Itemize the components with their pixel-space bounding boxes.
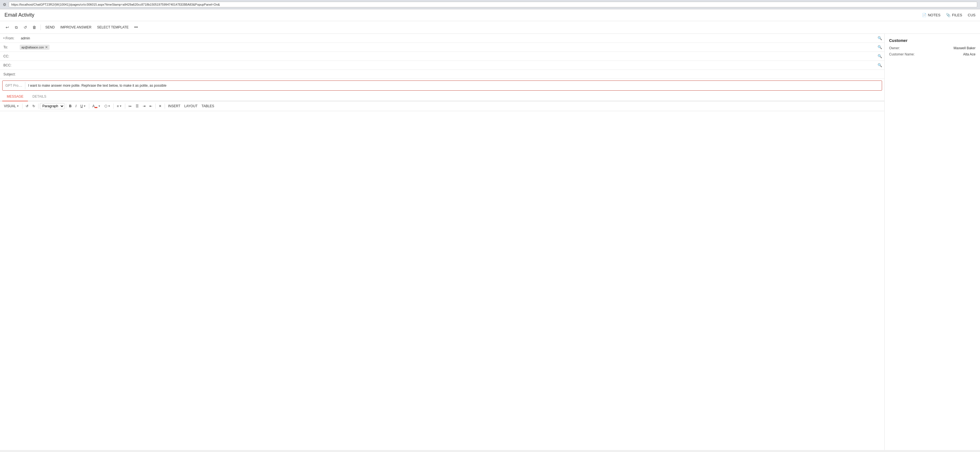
back-icon: ↩ — [6, 25, 9, 30]
more-icon: ••• — [134, 25, 138, 29]
tab-message[interactable]: MESSAGE — [2, 92, 28, 101]
editor-redo-button[interactable]: ↻ — [31, 103, 37, 109]
from-search-icon[interactable]: 🔍 — [878, 36, 882, 40]
undo-icon: ↺ — [24, 25, 27, 30]
trash-icon: 🗑 — [32, 25, 36, 30]
bcc-input[interactable] — [20, 62, 884, 69]
highlight-button[interactable]: ⬡ ▼ — [103, 103, 112, 109]
undo-button[interactable]: ↺ — [21, 23, 29, 31]
send-label: SEND — [45, 25, 55, 29]
app-title: Email Activity — [5, 12, 34, 18]
tables-button[interactable]: TABLES — [200, 103, 216, 109]
bold-button[interactable]: B — [68, 103, 73, 109]
subject-input-area — [20, 71, 884, 78]
outdent-icon: ⇤ — [150, 104, 152, 108]
bcc-label: BCC: — [0, 62, 20, 69]
tab-message-label: MESSAGE — [7, 95, 23, 99]
sidebar-owner-value: Maxwell Baker — [953, 46, 975, 50]
gpt-bar: GPT Pro.... — [2, 81, 882, 91]
improve-answer-label: IMPROVE ANSWER — [60, 25, 91, 29]
files-nav-item[interactable]: 📎 FILES — [946, 13, 962, 17]
italic-label: I — [75, 104, 76, 108]
underline-button[interactable]: U ▼ — [79, 103, 88, 109]
insert-button[interactable]: INSERT — [166, 103, 182, 109]
outdent-button[interactable]: ⇤ — [148, 103, 154, 109]
editor-undo-button[interactable]: ↺ — [24, 103, 30, 109]
files-icon: 📎 — [946, 13, 950, 17]
email-form: • From: 🔍 To: ap@altaace.con ✕ 🔍 — [0, 34, 884, 450]
sidebar-owner-row: Owner: Maxwell Baker — [889, 46, 975, 50]
underline-label: U — [81, 104, 83, 108]
tab-details-label: DETAILS — [32, 95, 46, 99]
notes-nav-item[interactable]: 📄 NOTES — [922, 13, 940, 17]
editor-sep-4 — [89, 103, 89, 109]
indent-button[interactable]: ⇥ — [141, 103, 147, 109]
sidebar: Customer Owner: Maxwell Baker Customer N… — [884, 34, 980, 450]
from-input[interactable] — [20, 35, 884, 42]
cus-label: CUS — [968, 13, 975, 17]
from-label: • From: — [0, 35, 20, 42]
to-tag-value: ap@altaace.con — [21, 46, 44, 49]
italic-button[interactable]: I — [74, 103, 78, 109]
align-dropdown-arrow: ▼ — [119, 105, 122, 108]
copy-button[interactable]: ⧉ — [13, 23, 20, 31]
visual-dropdown-arrow: ▼ — [17, 105, 19, 108]
delete-button[interactable]: 🗑 — [30, 23, 38, 31]
send-button[interactable]: SEND — [43, 24, 57, 30]
copy-icon: ⧉ — [15, 25, 18, 30]
to-search-icon[interactable]: 🔍 — [878, 45, 882, 49]
back-button[interactable]: ↩ — [3, 23, 11, 31]
editor-sep-3 — [66, 103, 66, 109]
text-color-label: A — [92, 104, 97, 108]
text-color-dropdown-arrow: ▼ — [98, 105, 100, 108]
notes-label: NOTES — [928, 13, 940, 17]
to-input-area: ap@altaace.con ✕ 🔍 — [20, 44, 884, 51]
cus-nav-item[interactable]: CUS — [968, 13, 975, 17]
more-button[interactable]: ••• — [132, 24, 140, 30]
subject-input[interactable] — [20, 71, 884, 78]
cc-search-icon[interactable]: 🔍 — [878, 54, 882, 58]
align-button[interactable]: ≡ ▼ — [115, 103, 124, 109]
editor-toolbar: VISUAL ▼ ↺ ↻ Paragraph B — [0, 101, 884, 111]
select-template-label: SELECT TEMPLATE — [97, 25, 129, 29]
subject-label: Subject: — [0, 71, 20, 78]
sidebar-section-title: Customer — [889, 38, 975, 43]
highlight-dropdown-arrow: ▼ — [108, 105, 110, 108]
cc-input[interactable] — [20, 53, 884, 60]
editor-sep-6 — [125, 103, 125, 109]
bcc-input-area: 🔍 — [20, 62, 884, 69]
layout-label: LAYOUT — [185, 104, 197, 108]
improve-answer-button[interactable]: IMPROVE ANSWER — [58, 24, 94, 30]
main-content: • From: 🔍 To: ap@altaace.con ✕ 🔍 — [0, 34, 980, 450]
browser-url[interactable]: https://localhost/ChatGPT23R2/(W(10041))… — [9, 2, 977, 7]
select-template-button[interactable]: SELECT TEMPLATE — [95, 24, 131, 30]
bcc-search-icon[interactable]: 🔍 — [878, 63, 882, 67]
editor-redo-icon: ↻ — [32, 104, 35, 108]
tab-details[interactable]: DETAILS — [28, 92, 51, 101]
clear-format-icon: ✕ — [159, 104, 162, 108]
align-icon: ≡ — [117, 104, 119, 108]
paragraph-select[interactable]: Paragraph — [40, 103, 64, 109]
to-tag-chip: ap@altaace.con ✕ — [20, 45, 49, 50]
visual-dropdown-button[interactable]: VISUAL ▼ — [2, 103, 21, 109]
list-unordered-button[interactable]: ☰ — [134, 103, 140, 109]
cc-label: CC: — [0, 53, 20, 60]
sidebar-customer-name-row: Customer Name: Alta Ace — [889, 53, 975, 56]
editor-area[interactable] — [0, 111, 884, 196]
cc-row: CC: 🔍 — [0, 52, 884, 61]
text-color-button[interactable]: A ▼ — [91, 103, 102, 109]
layout-button[interactable]: LAYOUT — [183, 103, 199, 109]
sidebar-customer-name-label: Customer Name: — [889, 53, 915, 56]
toolbar: ↩ ⧉ ↺ 🗑 SEND IMPROVE ANSWER SELECT TEMPL… — [0, 21, 980, 34]
app-container: Email Activity 📄 NOTES 📎 FILES CUS ↩ ⧉ ↺ — [0, 9, 980, 450]
to-tag-remove[interactable]: ✕ — [45, 45, 48, 49]
top-nav: Email Activity 📄 NOTES 📎 FILES CUS — [0, 9, 980, 21]
clear-format-button[interactable]: ✕ — [157, 103, 163, 109]
gpt-prompt-input[interactable] — [25, 82, 882, 89]
list-ordered-button[interactable]: ≔ — [127, 103, 134, 109]
bcc-row: BCC: 🔍 — [0, 61, 884, 70]
to-label: To: — [0, 44, 20, 51]
editor-undo-icon: ↺ — [25, 104, 29, 108]
visual-label: VISUAL — [4, 104, 16, 108]
to-input[interactable] — [49, 44, 884, 51]
